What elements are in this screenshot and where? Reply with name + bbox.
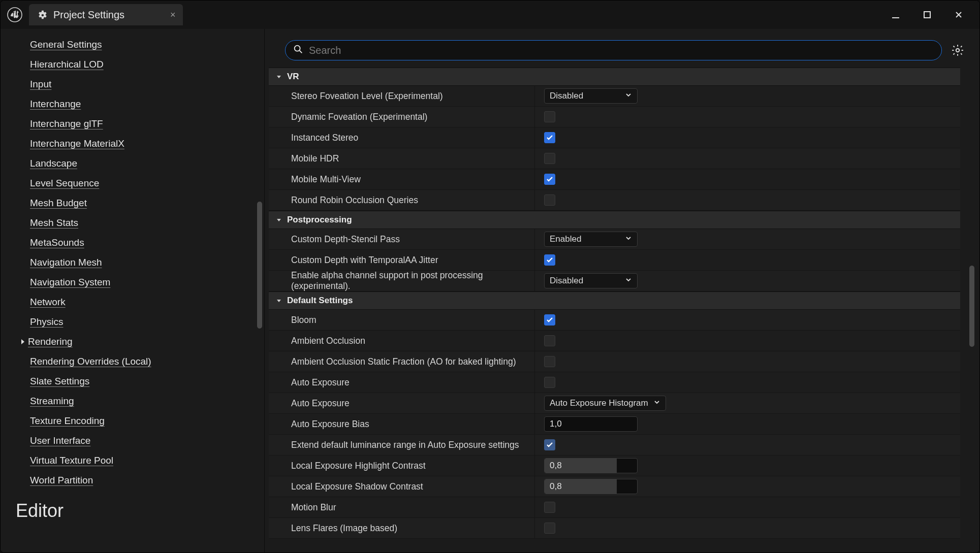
sidebar-item-level-sequence[interactable]: Level Sequence <box>30 173 244 193</box>
window-close-button[interactable] <box>950 6 967 23</box>
sidebar: Garbage CollectionGeneral SettingsHierar… <box>1 29 265 552</box>
sidebar-item-garbage-collection[interactable]: Garbage Collection <box>30 29 244 35</box>
sidebar-item-label: Level Sequence <box>30 178 99 189</box>
sidebar-item-label: Physics <box>30 316 63 328</box>
sidebar-item-label: Rendering Overrides (Local) <box>30 356 151 367</box>
checkbox[interactable] <box>544 153 555 164</box>
main-scrollbar[interactable] <box>969 266 974 347</box>
sidebar-item-label: Navigation System <box>30 277 110 288</box>
sidebar-item-general-settings[interactable]: General Settings <box>30 35 244 54</box>
category-header[interactable]: Postprocessing <box>269 211 960 229</box>
category-title: VR <box>287 72 299 82</box>
chevron-down-icon <box>653 398 660 408</box>
setting-row: Motion Blur <box>269 497 960 518</box>
sidebar-item-label: User Interface <box>30 435 90 446</box>
checkbox[interactable] <box>544 314 555 326</box>
sidebar-item-virtual-texture-pool[interactable]: Virtual Texture Pool <box>30 450 244 470</box>
sidebar-item-label: MetaSounds <box>30 237 84 248</box>
checkbox[interactable] <box>544 356 555 367</box>
sidebar-item-streaming[interactable]: Streaming <box>30 391 244 411</box>
settings-gear-button[interactable] <box>949 42 966 59</box>
dropdown[interactable]: Disabled <box>544 273 638 288</box>
sidebar-item-label: Texture Encoding <box>30 415 105 427</box>
setting-row: Lens Flares (Image based) <box>269 518 960 539</box>
dropdown-value: Enabled <box>550 234 581 244</box>
sidebar-scrollbar[interactable] <box>257 202 262 329</box>
sidebar-item-navigation-system[interactable]: Navigation System <box>30 272 244 292</box>
sidebar-item-metasounds[interactable]: MetaSounds <box>30 233 244 252</box>
checkbox[interactable] <box>544 439 555 450</box>
checkbox[interactable] <box>544 174 555 185</box>
sidebar-item-mesh-stats[interactable]: Mesh Stats <box>30 213 244 233</box>
sidebar-item-navigation-mesh[interactable]: Navigation Mesh <box>30 252 244 272</box>
sidebar-item-interchange[interactable]: Interchange <box>30 94 244 114</box>
setting-control <box>535 335 960 346</box>
sidebar-item-rendering[interactable]: Rendering <box>30 332 244 351</box>
tab-project-settings[interactable]: Project Settings × <box>29 4 183 25</box>
setting-control <box>535 502 960 513</box>
category-header[interactable]: Default Settings <box>269 291 960 310</box>
checkbox[interactable] <box>544 132 555 143</box>
sidebar-item-interchange-gltf[interactable]: Interchange glTF <box>30 114 244 134</box>
tab-close-icon[interactable]: × <box>170 10 176 20</box>
sidebar-item-rendering-overrides-local-[interactable]: Rendering Overrides (Local) <box>30 351 244 371</box>
dropdown[interactable]: Auto Exposure Histogram <box>544 396 666 411</box>
titlebar: Project Settings × <box>1 1 979 29</box>
setting-label: Dynamic Foveation (Experimental) <box>269 107 535 127</box>
setting-control <box>535 254 960 266</box>
sidebar-item-texture-encoding[interactable]: Texture Encoding <box>30 411 244 431</box>
setting-label: Lens Flares (Image based) <box>269 518 535 538</box>
setting-label: Mobile Multi-View <box>269 169 535 189</box>
setting-control <box>535 356 960 367</box>
sidebar-item-input[interactable]: Input <box>30 74 244 94</box>
slider-input[interactable]: 0,8 <box>544 479 638 494</box>
setting-control <box>535 153 960 164</box>
dropdown-value: Disabled <box>550 91 583 101</box>
checkbox[interactable] <box>544 523 555 534</box>
setting-label: Ambient Occlusion <box>269 331 535 351</box>
checkbox[interactable] <box>544 254 555 266</box>
search-input[interactable] <box>309 45 934 56</box>
sidebar-item-mesh-budget[interactable]: Mesh Budget <box>30 193 244 213</box>
window-maximize-button[interactable] <box>919 6 936 23</box>
setting-label: Local Exposure Shadow Contrast <box>269 476 535 497</box>
setting-control <box>535 132 960 143</box>
dropdown[interactable]: Disabled <box>544 88 638 104</box>
checkbox[interactable] <box>544 377 555 388</box>
dropdown[interactable]: Enabled <box>544 232 638 247</box>
search-icon <box>293 44 304 57</box>
checkbox[interactable] <box>544 111 555 122</box>
sidebar-item-interchange-materialx[interactable]: Interchange MaterialX <box>30 134 244 153</box>
search-box[interactable] <box>285 40 942 60</box>
setting-label: Custom Depth with TemporalAA Jitter <box>269 250 535 270</box>
sidebar-item-label: Mesh Stats <box>30 217 78 229</box>
setting-control: Disabled <box>535 273 960 288</box>
window-minimize-button[interactable] <box>887 6 904 23</box>
sidebar-item-label: Input <box>30 79 51 90</box>
sidebar-item-physics[interactable]: Physics <box>30 312 244 332</box>
setting-row: Dynamic Foveation (Experimental) <box>269 107 960 127</box>
setting-row: Ambient Occlusion Static Fraction (AO fo… <box>269 351 960 372</box>
setting-label: Stereo Foveation Level (Experimental) <box>269 86 535 106</box>
setting-label: Ambient Occlusion Static Fraction (AO fo… <box>269 351 535 372</box>
checkbox[interactable] <box>544 335 555 346</box>
sidebar-item-user-interface[interactable]: User Interface <box>30 431 244 450</box>
sidebar-item-hierarchical-lod[interactable]: Hierarchical LOD <box>30 54 244 74</box>
sidebar-item-landscape[interactable]: Landscape <box>30 153 244 173</box>
sidebar-item-slate-settings[interactable]: Slate Settings <box>30 371 244 391</box>
sidebar-item-network[interactable]: Network <box>30 292 244 312</box>
number-value: 1,0 <box>550 419 562 429</box>
checkbox[interactable] <box>544 502 555 513</box>
sidebar-item-label: Hierarchical LOD <box>30 59 104 70</box>
category-header[interactable]: VR <box>269 68 960 86</box>
sidebar-item-label: Landscape <box>30 158 77 169</box>
slider-input[interactable]: 0,8 <box>544 458 638 473</box>
slider-value: 0,8 <box>550 481 562 492</box>
setting-row: Ambient Occlusion <box>269 331 960 351</box>
number-input[interactable]: 1,0 <box>544 416 638 432</box>
setting-label: Auto Exposure <box>269 393 535 413</box>
sidebar-item-world-partition[interactable]: World Partition <box>30 470 244 490</box>
sidebar-item-label: Slate Settings <box>30 376 89 387</box>
setting-label: Auto Exposure <box>269 372 535 393</box>
checkbox[interactable] <box>544 194 555 206</box>
